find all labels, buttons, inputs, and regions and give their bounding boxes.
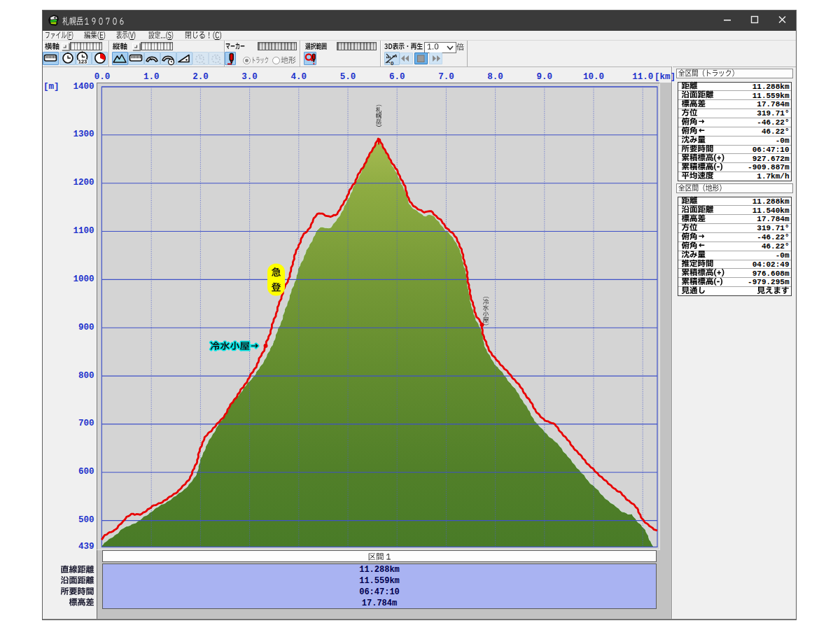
svg-text:0: 0 xyxy=(391,60,394,66)
